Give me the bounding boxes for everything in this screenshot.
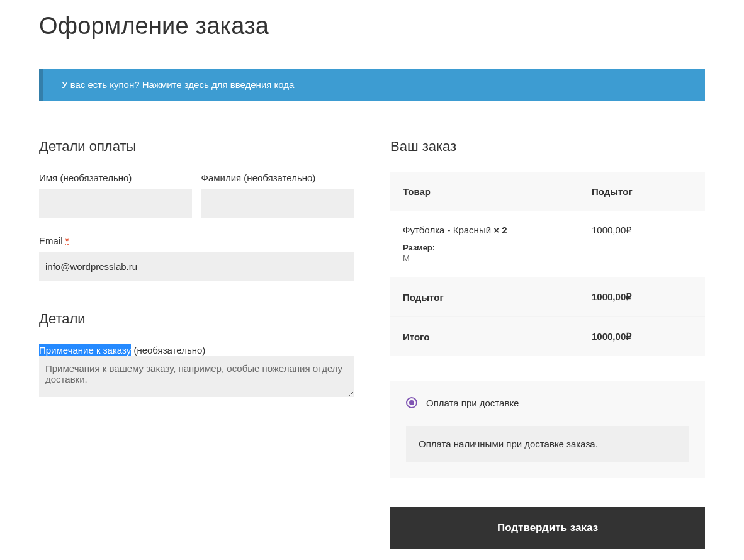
table-row: Футболка - Красный × 2 Размер: M 1000,00… — [390, 211, 705, 277]
payment-method-label: Оплата при доставке — [426, 398, 519, 408]
email-label: Email * — [39, 235, 354, 246]
total-label: Итого — [390, 317, 579, 357]
first-name-label: Имя (необязательно) — [39, 172, 192, 183]
notes-label-rest: (необязательно) — [131, 345, 205, 356]
details-heading: Детали — [39, 311, 354, 327]
attr-value: M — [403, 254, 566, 263]
email-label-text: Email — [39, 235, 65, 246]
last-name-label: Фамилия (необязательно) — [201, 172, 354, 183]
product-name: Футболка - Красный — [403, 225, 493, 235]
coupon-prompt: У вас есть купон? — [62, 79, 142, 90]
payment-radio[interactable] — [406, 397, 417, 408]
notes-label-highlight: Примечание к заказу — [39, 344, 131, 356]
subtotal-value: 1000,00₽ — [579, 277, 705, 317]
last-name-input[interactable] — [201, 189, 354, 218]
order-table: Товар Подытог Футболка - Красный × 2 Раз… — [390, 172, 705, 356]
radio-dot-icon — [409, 400, 414, 405]
total-value: 1000,00₽ — [579, 317, 705, 357]
col-product: Товар — [390, 172, 579, 211]
confirm-order-button[interactable]: Подтвердить заказ — [390, 507, 705, 549]
product-qty: × 2 — [493, 225, 507, 235]
billing-heading: Детали оплаты — [39, 138, 354, 155]
page-title: Оформление заказа — [39, 13, 705, 40]
payment-method-desc: Оплата наличными при доставке заказа. — [406, 426, 689, 462]
product-price: 1000,00₽ — [579, 211, 705, 277]
coupon-banner: У вас есть купон? Нажмите здесь для введ… — [39, 69, 705, 101]
required-star: * — [65, 235, 69, 246]
order-notes-input[interactable] — [39, 356, 354, 397]
attr-label: Размер: — [403, 243, 566, 252]
order-heading: Ваш заказ — [390, 138, 705, 155]
payment-block: Оплата при доставке Оплата наличными при… — [390, 381, 705, 478]
email-input[interactable] — [39, 252, 354, 281]
col-subtotal: Подытог — [579, 172, 705, 211]
notes-label: Примечание к заказу (необязательно) — [39, 345, 354, 356]
first-name-input[interactable] — [39, 189, 192, 218]
coupon-link[interactable]: Нажмите здесь для введения кода — [142, 79, 295, 90]
subtotal-label: Подытог — [390, 277, 579, 317]
